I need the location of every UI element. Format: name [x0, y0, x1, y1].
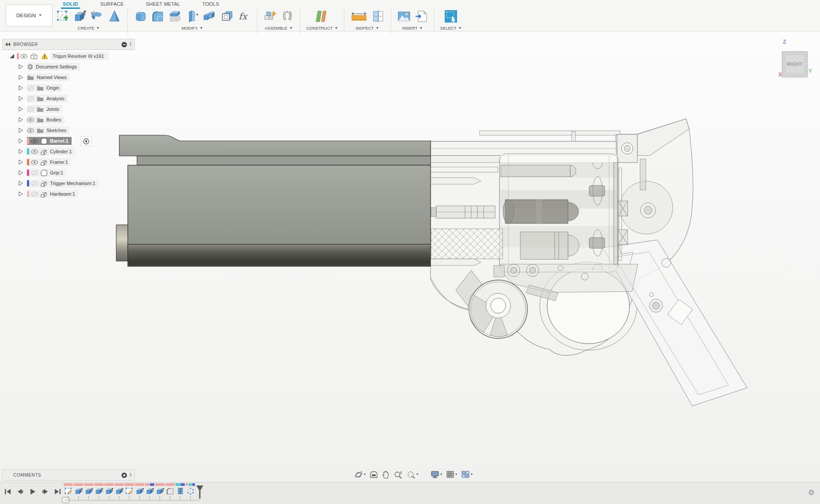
- visibility-eye-off-icon[interactable]: [27, 96, 34, 101]
- tree-row-cylinder[interactable]: Cylinder:1: [2, 146, 135, 157]
- tree-row-document-settings[interactable]: Document Settings: [2, 61, 135, 72]
- root-label-box[interactable]: Trigun Revolver III v161: [51, 52, 109, 60]
- draft-icon[interactable]: [185, 8, 199, 24]
- group-create-label[interactable]: CREATE▼: [78, 26, 100, 30]
- tree-row-bodies[interactable]: Bodies: [2, 114, 135, 125]
- display-settings[interactable]: ▾: [431, 470, 442, 478]
- row-box[interactable]: Joints: [27, 105, 62, 113]
- row-box[interactable]: Analysis: [27, 95, 68, 102]
- joint-icon[interactable]: [280, 8, 294, 24]
- tree-row-origin[interactable]: Origin: [2, 83, 135, 93]
- row-box[interactable]: Named Views: [27, 73, 70, 81]
- expand-arrow-icon[interactable]: [18, 170, 23, 175]
- viewcube[interactable]: Z RIGHT X Y: [770, 39, 813, 80]
- tree-row-barrel[interactable]: Barrel:1: [2, 136, 135, 146]
- shell-icon[interactable]: [168, 8, 182, 24]
- timeline-settings-gear-icon[interactable]: ⚙: [808, 488, 815, 497]
- tree-row-root[interactable]: Trigun Revolver III v161: [2, 51, 135, 61]
- measure-icon[interactable]: [350, 8, 368, 24]
- timeline-feature-extrude[interactable]: [84, 483, 94, 499]
- insert-derive-icon[interactable]: [414, 8, 428, 24]
- timeline-feature-fillet[interactable]: [165, 483, 175, 499]
- visibility-eye-icon[interactable]: [31, 149, 38, 154]
- look-at-tool[interactable]: [370, 471, 378, 478]
- window-zoom-tool[interactable]: ▾: [407, 470, 418, 479]
- timeline-feature-extrude[interactable]: [145, 483, 155, 499]
- tree-row-frame[interactable]: Frame:1: [2, 157, 135, 167]
- visibility-eye-off-icon[interactable]: [27, 107, 34, 112]
- timeline-feature-extrude[interactable]: [114, 483, 124, 499]
- step-forward-button[interactable]: [41, 487, 50, 496]
- tab-surface[interactable]: SURFACE: [99, 0, 125, 8]
- new-component-icon[interactable]: [263, 8, 277, 24]
- row-box[interactable]: Document Settings: [27, 63, 80, 71]
- create-sketch-icon[interactable]: [56, 8, 70, 24]
- timeline-feature-coil[interactable]: [175, 483, 185, 499]
- timeline-feature-sketch[interactable]: [124, 483, 134, 499]
- select-icon[interactable]: [444, 8, 458, 24]
- row-box[interactable]: Hardware:1: [27, 190, 78, 198]
- group-modify-label[interactable]: MODIFY▼: [182, 26, 203, 30]
- expand-arrow-icon[interactable]: [18, 138, 23, 144]
- timeline-feature-extrude[interactable]: [155, 483, 165, 499]
- tree-row-analysis[interactable]: Analysis: [2, 93, 135, 104]
- visibility-eye-icon[interactable]: [20, 54, 27, 59]
- collapse-panel-icon[interactable]: [5, 42, 11, 46]
- construction-plane-icon[interactable]: [310, 8, 335, 24]
- go-to-end-button[interactable]: [53, 487, 62, 496]
- row-box[interactable]: Sketches: [27, 126, 69, 134]
- fillet-icon[interactable]: [151, 8, 165, 24]
- expand-arrow-icon[interactable]: [18, 191, 23, 197]
- expand-arrow-icon[interactable]: [18, 96, 23, 101]
- expand-arrow-icon[interactable]: [18, 64, 23, 69]
- expand-arrow-icon[interactable]: [18, 85, 23, 91]
- visibility-eye-icon[interactable]: [31, 139, 38, 144]
- group-insert-label[interactable]: INSERT▼: [402, 26, 423, 30]
- row-box[interactable]: Cylinder:1: [27, 148, 75, 155]
- pan-tool[interactable]: [382, 470, 390, 479]
- timeline-feature-circular-pattern[interactable]: [185, 483, 195, 499]
- viewcube-face[interactable]: RIGHT: [782, 51, 808, 77]
- row-box[interactable]: Origin: [27, 84, 62, 92]
- expand-arrow-icon[interactable]: [18, 181, 23, 186]
- extrude-icon[interactable]: [73, 8, 87, 24]
- group-select-label[interactable]: SELECT▼: [440, 26, 462, 30]
- row-box-selected[interactable]: Barrel:1: [27, 137, 72, 145]
- visibility-eye-off-icon[interactable]: [31, 181, 38, 186]
- visibility-eye-icon[interactable]: [27, 117, 34, 122]
- row-box[interactable]: Trigger Mechanism:1: [27, 179, 99, 187]
- step-back-button[interactable]: [16, 487, 25, 496]
- visibility-eye-icon[interactable]: [27, 128, 34, 133]
- timeline-track[interactable]: [66, 500, 200, 500]
- row-box[interactable]: Frame:1: [27, 158, 71, 166]
- orbit-tool[interactable]: ▾: [355, 470, 366, 479]
- workspace-switcher-button[interactable]: DESIGN ▼: [6, 4, 53, 27]
- expand-arrow-icon[interactable]: [18, 75, 23, 80]
- panel-resize-grip[interactable]: ‖: [130, 42, 132, 47]
- group-assemble-label[interactable]: ASSEMBLE▼: [265, 26, 293, 30]
- expand-arrow-icon[interactable]: [18, 117, 23, 122]
- panel-resize-grip[interactable]: ‖: [130, 473, 132, 477]
- visibility-eye-icon[interactable]: [31, 160, 38, 165]
- collapse-all-icon[interactable]: [122, 42, 127, 47]
- go-to-start-button[interactable]: [4, 487, 12, 496]
- expand-arrow-icon[interactable]: [18, 106, 23, 112]
- expand-arrow-icon[interactable]: [18, 128, 23, 133]
- tree-row-hardware[interactable]: Hardware:1: [2, 189, 135, 199]
- row-box[interactable]: Grip:1: [27, 169, 66, 177]
- comments-header[interactable]: COMMENTS ‖: [2, 470, 135, 481]
- combine-icon[interactable]: [202, 8, 217, 24]
- visibility-eye-off-icon[interactable]: [31, 192, 38, 197]
- visibility-eye-off-icon[interactable]: [27, 86, 34, 91]
- offset-face-icon[interactable]: [220, 8, 234, 24]
- timeline-position-marker[interactable]: [196, 485, 204, 501]
- tree-row-joints[interactable]: Joints: [2, 104, 135, 114]
- zoom-tool[interactable]: [394, 470, 403, 479]
- timeline-feature-sketch[interactable]: [63, 483, 73, 499]
- browser-header[interactable]: BROWSER ‖: [2, 39, 135, 50]
- row-box[interactable]: Bodies: [27, 116, 65, 124]
- tree-row-sketches[interactable]: Sketches: [2, 125, 135, 136]
- loft-icon[interactable]: [107, 8, 122, 24]
- press-pull-icon[interactable]: [133, 8, 148, 24]
- timeline-feature-extrude[interactable]: [73, 483, 84, 499]
